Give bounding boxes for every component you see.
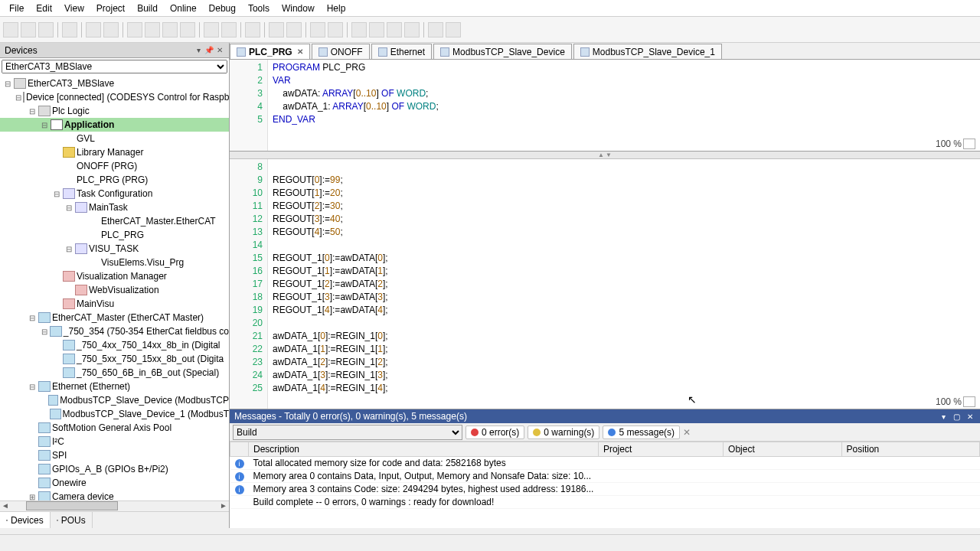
message-row[interactable]: iMemory area 3 contains Code: size: 2494… — [230, 483, 980, 496]
menu-help[interactable]: Help — [321, 2, 352, 15]
warnings-pill[interactable]: 0 warning(s) — [528, 425, 599, 439]
webvis[interactable]: WebVisualization — [0, 283, 229, 297]
watch-icon[interactable] — [446, 22, 461, 37]
menu-file[interactable]: File — [3, 2, 30, 15]
expand-icon[interactable]: ⊞ — [28, 493, 37, 501]
devtab-pous[interactable]: POUs — [51, 512, 93, 528]
tab-ethernet[interactable]: Ethernet — [371, 44, 432, 59]
open-icon[interactable] — [21, 22, 36, 37]
expand-icon[interactable]: ⊟ — [40, 328, 48, 336]
application[interactable]: ⊟Application — [0, 118, 229, 132]
tab-onoff[interactable]: ONOFF — [312, 44, 370, 59]
i2c[interactable]: I²C — [0, 435, 229, 448]
expand-icon[interactable]: ⊟ — [28, 383, 37, 391]
ethercat-master[interactable]: ⊟EtherCAT_Master (EtherCAT Master) — [0, 311, 229, 324]
device[interactable]: ⊟Device [connected] (CODESYS Control for… — [0, 90, 229, 104]
dropdown-icon[interactable]: ▾ — [194, 46, 203, 55]
plcprg-task[interactable]: PLC_PRG — [0, 228, 229, 242]
copy-icon[interactable] — [145, 22, 160, 37]
expand-icon[interactable]: ⊟ — [52, 190, 61, 198]
magnify-icon[interactable] — [963, 139, 975, 149]
minimize-icon[interactable]: ▾ — [938, 412, 949, 421]
tab-modbustcp_slave_device[interactable]: ModbusTCP_Slave_Device — [433, 44, 572, 59]
stepout-icon[interactable] — [387, 22, 402, 37]
onoff-prg[interactable]: ONOFF (PRG) — [0, 159, 229, 173]
tab-plc_prg[interactable]: PLC_PRG✕ — [230, 44, 310, 59]
visuelems[interactable]: VisuElems.Visu_Prg — [0, 256, 229, 269]
message-row[interactable]: Build complete -- 0 errors, 0 warnings :… — [230, 496, 980, 509]
implementation-editor[interactable]: 8910111213141516171819202122232425 REGOU… — [230, 159, 980, 409]
new-icon[interactable] — [3, 22, 18, 37]
maintask[interactable]: ⊟MainTask — [0, 201, 229, 214]
col-project[interactable]: Project — [598, 442, 723, 457]
750-650[interactable]: _750_650_6B_in_6B_out (Special) — [0, 366, 229, 380]
logout-icon[interactable] — [286, 22, 302, 37]
modbus1[interactable]: ModbusTCP_Slave_Device (ModbusTCP — [0, 393, 229, 407]
softmotion[interactable]: SoftMotion General Axis Pool — [0, 421, 229, 435]
expand-icon[interactable]: ⊟ — [64, 245, 74, 253]
build-icon[interactable] — [245, 22, 260, 37]
find-icon[interactable] — [204, 22, 219, 37]
stop-icon[interactable] — [328, 22, 343, 37]
print-icon[interactable] — [62, 22, 77, 37]
paste-icon[interactable] — [162, 22, 178, 37]
step-icon[interactable] — [351, 22, 367, 37]
expand-icon[interactable]: ⊟ — [3, 80, 12, 88]
cut-icon[interactable] — [127, 22, 142, 37]
750-5xx[interactable]: _750_5xx_750_15xx_8b_out (Digita — [0, 352, 229, 366]
device-tree[interactable]: ⊟EtherCAT3_MBSlave⊟Device [connected] (C… — [0, 75, 229, 500]
replace-icon[interactable] — [221, 22, 237, 37]
menu-window[interactable]: Window — [276, 2, 321, 15]
modbus2[interactable]: ModbusTCP_Slave_Device_1 (ModbusT — [0, 407, 229, 421]
undo-icon[interactable] — [86, 22, 101, 37]
delete-icon[interactable] — [180, 22, 195, 37]
visu-task[interactable]: ⊟VISU_TASK — [0, 242, 229, 256]
filter-select[interactable]: Build — [233, 425, 462, 440]
expand-icon[interactable]: ⊟ — [28, 314, 37, 322]
message-row[interactable]: iTotal allocated memory size for code an… — [230, 457, 980, 470]
camera[interactable]: ⊞Camera device — [0, 490, 229, 500]
tab-modbustcp_slave_device_1[interactable]: ModbusTCP_Slave_Device_1 — [573, 44, 722, 59]
gvl[interactable]: GVL — [0, 132, 229, 145]
tree-hscroll[interactable]: ◄► — [0, 500, 229, 511]
project-root[interactable]: ⊟EtherCAT3_MBSlave — [0, 77, 229, 90]
col-object[interactable]: Object — [724, 442, 841, 457]
close-icon[interactable]: ✕ — [965, 412, 975, 421]
col-position[interactable]: Position — [841, 442, 979, 457]
editor-splitter[interactable]: ▲ ▼ — [230, 152, 980, 159]
zoom-decl[interactable]: 100 % — [936, 139, 975, 149]
task-config[interactable]: ⊟Task Configuration — [0, 187, 229, 201]
errors-pill[interactable]: 0 error(s) — [466, 425, 524, 439]
onewire[interactable]: Onewire — [0, 476, 229, 490]
redo-icon[interactable] — [103, 22, 119, 37]
clear-icon[interactable]: ✕ — [683, 427, 691, 438]
mainvisu[interactable]: MainVisu — [0, 297, 229, 311]
expand-icon[interactable]: ⊟ — [28, 107, 37, 116]
gpios[interactable]: GPIOs_A_B (GPIOs B+/Pi2) — [0, 462, 229, 476]
plc-logic[interactable]: ⊟Plc Logic — [0, 104, 229, 118]
ethernet[interactable]: ⊟Ethernet (Ethernet) — [0, 380, 229, 393]
expand-icon[interactable]: ⊟ — [15, 93, 21, 102]
expand-icon[interactable]: ⊟ — [64, 204, 74, 212]
ethercat-task[interactable]: EtherCAT_Master.EtherCAT — [0, 214, 229, 228]
menu-project[interactable]: Project — [90, 2, 131, 15]
spi[interactable]: SPI — [0, 448, 229, 462]
start-icon[interactable] — [310, 22, 325, 37]
expand-icon[interactable]: ⊟ — [40, 121, 49, 129]
zoom-impl[interactable]: 100 % — [936, 396, 975, 407]
tab-close-icon[interactable]: ✕ — [297, 47, 303, 56]
library-manager[interactable]: Library Manager — [0, 145, 229, 159]
declaration-editor[interactable]: 12345 PROGRAM PLC_PRGVAR awDATA: ARRAY[0… — [230, 60, 980, 152]
plc-prg[interactable]: PLC_PRG (PRG) — [0, 173, 229, 187]
col-description[interactable]: Description — [249, 442, 599, 457]
menu-debug[interactable]: Debug — [203, 2, 242, 15]
vis-manager[interactable]: Visualization Manager — [0, 269, 229, 283]
menu-build[interactable]: Build — [131, 2, 164, 15]
restore-icon[interactable]: ▢ — [952, 412, 962, 421]
menu-online[interactable]: Online — [164, 2, 203, 15]
messages-table[interactable]: DescriptionProjectObjectPosition iTotal … — [230, 442, 980, 528]
magnify-icon[interactable] — [963, 396, 975, 407]
pin-icon[interactable]: 📌 — [204, 46, 214, 55]
devtab-devices[interactable]: Devices — [0, 512, 51, 528]
menu-view[interactable]: View — [58, 2, 90, 15]
